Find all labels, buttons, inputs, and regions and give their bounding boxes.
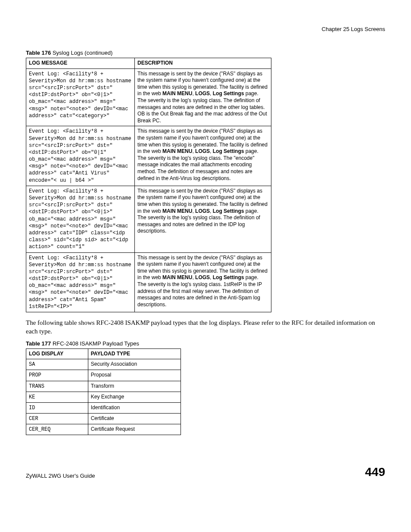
table176-head-logmessage: LOG MESSAGE (26, 58, 135, 69)
table177-caption-rest: RFC-2408 ISAKMP Payload Types (51, 340, 139, 347)
table176-caption-rest: Syslog Logs (continued) (51, 50, 112, 56)
table-row: SA Security Association (26, 359, 181, 370)
footer-page-number: 449 (365, 465, 385, 479)
table176-caption-bold: Table 176 (26, 50, 51, 56)
log-display-cell: CER_REQ (26, 424, 88, 435)
log-message-cell: Event Log: <Facility*8 + Severity>Mon dd… (26, 126, 135, 186)
body-paragraph: The following table shows RFC-2408 ISAKM… (26, 318, 385, 336)
payload-type-cell: Identification (88, 402, 181, 413)
payload-type-cell: Key Exchange (88, 392, 181, 402)
log-display-cell: CER (26, 414, 88, 424)
page-footer: ZyWALL 2WG User's Guide 449 (26, 465, 385, 479)
payload-type-cell: Security Association (88, 359, 181, 370)
description-cell: This message is sent by the device ("RAS… (135, 126, 271, 186)
log-display-cell: SA (26, 359, 88, 370)
payload-type-cell: Certificate (88, 414, 181, 424)
table177-head-logdisplay: LOG DISPLAY (26, 348, 88, 359)
log-message-cell: Event Log: <Facility*8 + Severity>Mon dd… (26, 68, 135, 126)
table177: LOG DISPLAY PAYLOAD TYPE SA Security Ass… (26, 348, 181, 436)
description-cell: This message is sent by the device ("RAS… (135, 252, 271, 312)
payload-type-cell: Certificate Request (88, 424, 181, 435)
log-message-cell: Event Log: <Facility*8 + Severity>Mon dd… (26, 186, 135, 252)
table-row: TRANS Transform (26, 381, 181, 392)
description-cell: This message is sent by the device ("RAS… (135, 186, 271, 252)
log-display-cell: TRANS (26, 381, 88, 392)
table-row: Event Log: <Facility*8 + Severity>Mon dd… (26, 252, 271, 312)
payload-type-cell: Proposal (88, 370, 181, 381)
footer-guide-title: ZyWALL 2WG User's Guide (26, 473, 95, 479)
table-row: CER_REQ Certificate Request (26, 424, 181, 435)
table176-caption: Table 176 Syslog Logs (continued) (26, 50, 385, 56)
log-display-cell: PROP (26, 370, 88, 381)
table177-caption-bold: Table 177 (26, 340, 51, 347)
log-display-cell: KE (26, 392, 88, 402)
table177-head-payloadtype: PAYLOAD TYPE (88, 348, 181, 359)
page-header-chapter: Chapter 25 Logs Screens (26, 26, 385, 32)
table176-head-description: DESCRIPTION (135, 58, 271, 69)
table176: LOG MESSAGE DESCRIPTION Event Log: <Faci… (26, 58, 271, 312)
table-row: Event Log: <Facility*8 + Severity>Mon dd… (26, 68, 271, 126)
table-row: CER Certificate (26, 414, 181, 424)
table-row: Event Log: <Facility*8 + Severity>Mon dd… (26, 186, 271, 252)
table-row: KE Key Exchange (26, 392, 181, 402)
description-cell: This message is sent by the device ("RAS… (135, 68, 271, 126)
table-row: PROP Proposal (26, 370, 181, 381)
log-message-cell: Event Log: <Facility*8 + Severity>Mon dd… (26, 252, 135, 312)
log-display-cell: ID (26, 402, 88, 413)
payload-type-cell: Transform (88, 381, 181, 392)
table-row: Event Log: <Facility*8 + Severity>Mon dd… (26, 126, 271, 186)
table-row: ID Identification (26, 402, 181, 413)
table177-caption: Table 177 RFC-2408 ISAKMP Payload Types (26, 340, 385, 347)
